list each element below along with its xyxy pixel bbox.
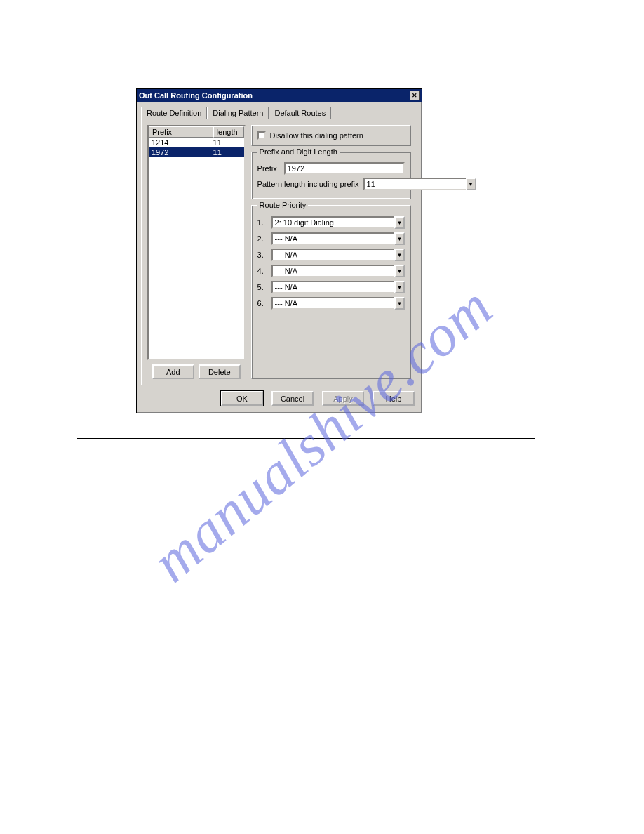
disallow-label: Disallow this dialing pattern — [270, 131, 363, 140]
chevron-down-icon[interactable]: ▼ — [466, 178, 476, 190]
right-column: Disallow this dialing pattern Prefix and… — [251, 125, 411, 379]
apply-button[interactable]: Apply — [322, 391, 364, 406]
priority-num: 4. — [257, 267, 266, 275]
col-prefix[interactable]: Prefix — [149, 126, 213, 138]
prefix-digit-group: Prefix and Digit Length Prefix Pattern l… — [251, 152, 411, 199]
pattern-length-input[interactable] — [363, 178, 466, 190]
divider — [77, 438, 535, 439]
list-rows: 1214 11 1972 11 — [149, 138, 244, 157]
priority-1-combo[interactable]: ▼ — [271, 216, 405, 229]
disallow-row: Disallow this dialing pattern — [257, 131, 405, 140]
disallow-checkbox[interactable] — [257, 131, 266, 140]
pattern-length-combo[interactable]: ▼ — [363, 178, 476, 190]
left-column: Prefix length 1214 11 1972 11 — [147, 125, 246, 379]
ok-button[interactable]: OK — [221, 391, 263, 406]
chevron-down-icon[interactable]: ▼ — [394, 265, 405, 277]
out-call-routing-dialog: Out Call Routing Configuration ✕ Route D… — [136, 88, 422, 413]
priority-num: 5. — [257, 283, 266, 291]
pattern-list[interactable]: Prefix length 1214 11 1972 11 — [147, 125, 246, 360]
tab-dialing-pattern[interactable]: Dialing Pattern — [207, 107, 269, 119]
priority-3-input[interactable] — [271, 249, 394, 261]
list-header: Prefix length — [149, 126, 244, 138]
tab-route-definition[interactable]: Route Definition — [141, 107, 207, 119]
priority-num: 1. — [257, 218, 266, 227]
tab-strip: Route Definition Dialing Pattern Default… — [141, 106, 417, 119]
priority-row: 6. ▼ — [257, 297, 405, 310]
tab-label: Route Definition — [147, 109, 201, 117]
close-icon: ✕ — [412, 92, 417, 99]
list-row[interactable]: 1214 11 — [149, 138, 244, 147]
col-label: length — [217, 128, 238, 136]
priority-5-combo[interactable]: ▼ — [271, 281, 405, 293]
list-buttons: Add Delete — [147, 364, 246, 379]
group-legend: Route Priority — [257, 201, 309, 209]
prefix-input[interactable] — [284, 162, 405, 175]
disallow-group: Disallow this dialing pattern — [251, 125, 411, 146]
priority-2-combo[interactable]: ▼ — [271, 232, 405, 245]
titlebar[interactable]: Out Call Routing Configuration ✕ — [137, 89, 422, 102]
delete-button[interactable]: Delete — [199, 364, 241, 379]
prefix-row: Prefix — [257, 162, 405, 175]
priority-row: 5. ▼ — [257, 281, 405, 293]
cell-prefix: 1972 — [152, 147, 213, 157]
btn-label: Apply — [333, 395, 353, 403]
priority-4-combo[interactable]: ▼ — [271, 265, 405, 277]
priority-row: 2. ▼ — [257, 232, 405, 245]
priority-6-combo[interactable]: ▼ — [271, 297, 405, 310]
pattern-length-row: Pattern length including prefix ▼ — [257, 178, 405, 190]
help-button[interactable]: Help — [373, 391, 415, 406]
priority-3-combo[interactable]: ▼ — [271, 249, 405, 261]
tab-label: Default Routes — [274, 109, 326, 117]
tabs-container: Route Definition Dialing Pattern Default… — [137, 102, 422, 385]
dialog-title: Out Call Routing Configuration — [139, 91, 410, 100]
group-legend: Prefix and Digit Length — [257, 147, 340, 156]
tab-label: Dialing Pattern — [213, 109, 263, 117]
priority-4-input[interactable] — [271, 265, 394, 277]
chevron-down-icon[interactable]: ▼ — [394, 249, 405, 261]
btn-label: Help — [386, 395, 402, 403]
close-button[interactable]: ✕ — [410, 91, 420, 100]
prefix-label: Prefix — [257, 164, 280, 173]
btn-label: OK — [236, 395, 248, 403]
chevron-down-icon[interactable]: ▼ — [394, 297, 405, 310]
priority-2-input[interactable] — [271, 232, 394, 245]
col-label: Prefix — [152, 128, 172, 136]
cell-length: 11 — [213, 138, 241, 147]
tab-default-routes[interactable]: Default Routes — [269, 107, 331, 119]
btn-label: Add — [166, 368, 180, 376]
chevron-down-icon[interactable]: ▼ — [394, 216, 405, 229]
priority-row: 4. ▼ — [257, 265, 405, 277]
cancel-button[interactable]: Cancel — [271, 391, 314, 406]
priority-6-input[interactable] — [271, 297, 394, 310]
priority-5-input[interactable] — [271, 281, 394, 293]
dialog-buttons: OK Cancel Apply Help — [137, 385, 422, 413]
priority-1-input[interactable] — [271, 216, 394, 229]
cell-length: 11 — [213, 147, 241, 157]
btn-label: Cancel — [281, 395, 304, 403]
cell-prefix: 1214 — [152, 138, 213, 147]
tab-body: Prefix length 1214 11 1972 11 — [141, 119, 417, 385]
priority-num: 2. — [257, 234, 266, 243]
pattern-length-label: Pattern length including prefix — [257, 180, 359, 188]
priority-num: 6. — [257, 299, 266, 307]
priority-num: 3. — [257, 251, 266, 259]
add-button[interactable]: Add — [152, 364, 194, 379]
priority-row: 3. ▼ — [257, 249, 405, 261]
priority-row: 1. ▼ — [257, 216, 405, 229]
route-priority-group: Route Priority 1. ▼ 2. ▼ — [251, 205, 411, 379]
btn-label: Delete — [208, 368, 231, 376]
col-length[interactable]: length — [213, 126, 244, 138]
chevron-down-icon[interactable]: ▼ — [394, 281, 405, 293]
list-row[interactable]: 1972 11 — [149, 147, 244, 157]
chevron-down-icon[interactable]: ▼ — [394, 232, 405, 245]
